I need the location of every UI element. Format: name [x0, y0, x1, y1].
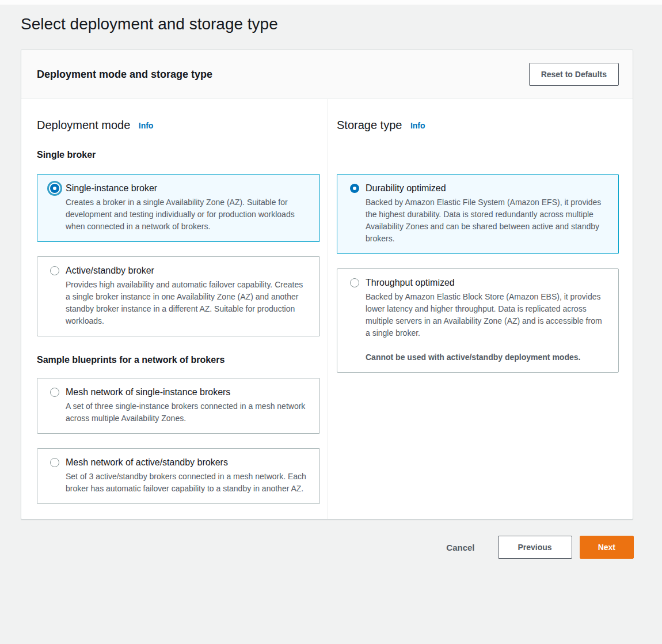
option-constraint-note: Cannot be used with active/standby deplo…	[366, 351, 608, 363]
option-title: Single-instance broker	[66, 182, 309, 195]
wizard-footer-actions: Cancel Previous Next	[0, 536, 634, 559]
option-title: Active/standby broker	[66, 264, 309, 277]
reset-to-defaults-button[interactable]: Reset to Defaults	[529, 63, 619, 86]
sample-blueprints-section-heading: Sample blueprints for a network of broke…	[37, 354, 320, 366]
deployment-mode-info-link[interactable]: Info	[139, 121, 154, 130]
option-durability-optimized[interactable]: Durability optimized Backed by Amazon El…	[337, 174, 619, 254]
option-title: Durability optimized	[366, 182, 608, 195]
option-throughput-optimized[interactable]: Throughput optimized Backed by Amazon El…	[337, 268, 619, 373]
option-content: Throughput optimized Backed by Amazon El…	[366, 276, 608, 363]
option-description: Backed by Amazon Elastic File System (Am…	[366, 196, 608, 245]
panel-header: Deployment mode and storage type Reset t…	[21, 50, 633, 99]
option-description: Backed by Amazon Elastic Block Store (Am…	[366, 291, 608, 339]
option-description: Set of 3 active/standby brokers connecte…	[66, 471, 309, 495]
option-active-standby-broker[interactable]: Active/standby broker Provides high avai…	[37, 256, 320, 336]
cancel-button[interactable]: Cancel	[446, 543, 474, 552]
option-mesh-single-instance[interactable]: Mesh network of single-instance brokers …	[37, 378, 320, 434]
radio-durability-optimized[interactable]	[350, 184, 359, 193]
page-top-strip	[0, 0, 662, 5]
deployment-storage-panel: Deployment mode and storage type Reset t…	[21, 50, 633, 520]
option-content: Mesh network of single-instance brokers …	[66, 386, 309, 425]
deployment-mode-heading: Deployment mode	[37, 119, 130, 131]
storage-type-column: Storage type Info Durability optimized B…	[328, 99, 633, 519]
page-title: Select deployment and storage type	[21, 13, 662, 36]
single-broker-section-heading: Single broker	[37, 149, 320, 161]
option-description: A set of three single-instance brokers c…	[66, 400, 309, 425]
option-content: Durability optimized Backed by Amazon El…	[366, 182, 608, 245]
option-content: Single-instance broker Creates a broker …	[66, 182, 309, 233]
storage-type-heading: Storage type	[337, 119, 402, 131]
radio-mesh-active-standby[interactable]	[50, 458, 59, 467]
option-title: Mesh network of active/standby brokers	[66, 456, 309, 469]
option-title: Throughput optimized	[366, 276, 608, 289]
option-content: Mesh network of active/standby brokers S…	[66, 456, 309, 495]
radio-active-standby-broker[interactable]	[50, 266, 59, 275]
radio-throughput-optimized[interactable]	[350, 278, 359, 287]
option-description: Provides high availability and automatic…	[66, 279, 309, 327]
option-single-instance-broker[interactable]: Single-instance broker Creates a broker …	[37, 174, 320, 242]
panel-body: Deployment mode Info Single broker Singl…	[21, 99, 633, 519]
next-button[interactable]: Next	[580, 536, 634, 559]
deployment-mode-heading-row: Deployment mode Info	[37, 118, 320, 133]
storage-type-info-link[interactable]: Info	[410, 121, 425, 130]
option-content: Active/standby broker Provides high avai…	[66, 264, 309, 327]
option-description: Creates a broker in a single Availabilit…	[66, 196, 309, 233]
option-mesh-active-standby[interactable]: Mesh network of active/standby brokers S…	[37, 448, 320, 504]
deployment-mode-column: Deployment mode Info Single broker Singl…	[21, 99, 328, 519]
radio-single-instance-broker[interactable]	[50, 184, 59, 193]
option-title: Mesh network of single-instance brokers	[66, 386, 309, 399]
panel-header-title: Deployment mode and storage type	[37, 69, 212, 81]
previous-button[interactable]: Previous	[498, 536, 572, 559]
radio-mesh-single-instance[interactable]	[50, 388, 59, 397]
storage-type-heading-row: Storage type Info	[337, 118, 619, 133]
